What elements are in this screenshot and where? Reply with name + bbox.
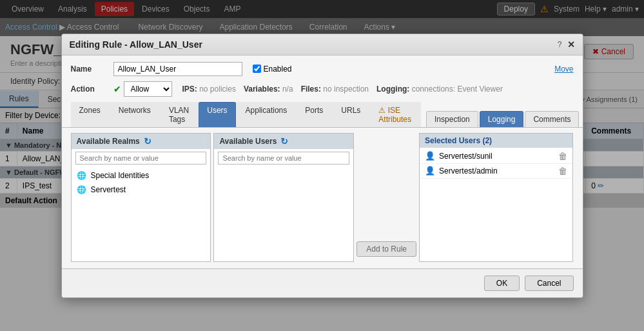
action-label: Action [71, 85, 103, 94]
action-row: Action ✔ Allow Block Trust Monitor IPS: [71, 81, 574, 97]
logging-label: Logging: [376, 85, 409, 94]
tab-applications[interactable]: Applications [237, 102, 296, 127]
list-item[interactable]: 🌐 Special Identities [72, 168, 211, 183]
files-label: Files: [301, 85, 321, 94]
modal-header: Editing Rule - Allow_LAN_User ? ✕ [62, 34, 583, 55]
available-users-panel: Available Users ↻ [213, 133, 354, 262]
ips-value: no policies [199, 85, 236, 94]
tab-users[interactable]: Users [199, 102, 235, 127]
refresh-realms-icon[interactable]: ↻ [144, 136, 151, 146]
allow-icon: ✔ [113, 84, 121, 94]
tab-networks[interactable]: Networks [110, 102, 159, 127]
available-realms-panel: Available Realms ↻ 🌐 Special Identities … [71, 133, 211, 262]
help-modal-icon[interactable]: ? [558, 40, 562, 49]
selected-users-header: Selected Users (2) [420, 134, 572, 148]
delete-user-icon[interactable]: 🗑 [558, 166, 567, 176]
modal-header-icons: ? ✕ [558, 39, 575, 50]
name-input[interactable] [113, 62, 242, 76]
enabled-checkbox-wrap: Enabled [253, 65, 292, 74]
selected-item: 👤 Servertest/admin 🗑 [420, 164, 572, 179]
tab-logging[interactable]: Logging [480, 111, 524, 127]
ips-label: IPS: [182, 85, 197, 94]
realm-item-label: Special Identities [91, 171, 150, 180]
tab-urls[interactable]: URLs [333, 102, 369, 127]
selected-item: 👤 Servertest/sunil 🗑 [420, 149, 572, 164]
ok-button[interactable]: OK [484, 276, 520, 291]
modal-dialog: Editing Rule - Allow_LAN_User ? ✕ Name E… [61, 34, 583, 298]
enabled-checkbox[interactable] [253, 65, 261, 73]
selected-users-list: 👤 Servertest/sunil 🗑 👤 Servertest/admin [420, 148, 572, 261]
action-select[interactable]: Allow Block Trust Monitor [124, 81, 172, 97]
logging-value: connections: Event Viewer [412, 85, 503, 94]
delete-user-icon[interactable]: 🗑 [558, 151, 567, 161]
selected-user-label: Servertest/admin [439, 166, 498, 176]
name-label: Name [71, 65, 103, 74]
modal-footer: OK Cancel [62, 268, 583, 297]
tab-ports[interactable]: Ports [297, 102, 331, 127]
available-realms-header: Available Realms ↻ [72, 134, 211, 149]
refresh-users-icon[interactable]: ↻ [280, 136, 288, 146]
tab-inspection[interactable]: Inspection [426, 111, 478, 127]
available-realms-label: Available Realms [77, 137, 140, 146]
selected-item-left: 👤 Servertest/admin [425, 166, 498, 176]
users-search-input[interactable] [218, 152, 349, 165]
users-list [214, 167, 353, 261]
selected-users-panel: Selected Users (2) 👤 Servertest/sunil 🗑 [419, 133, 573, 262]
tab-zones[interactable]: Zones [71, 102, 109, 127]
globe-icon: 🌐 [77, 170, 87, 181]
tab-vlan-tags[interactable]: VLAN Tags [161, 102, 197, 127]
action-select-wrap: ✔ Allow Block Trust Monitor [113, 81, 172, 97]
add-button-column: Add to Rule [354, 133, 419, 262]
selected-item-left: 👤 Servertest/sunil [425, 151, 493, 161]
realms-search-input[interactable] [75, 152, 207, 165]
modal-overlay: Editing Rule - Allow_LAN_User ? ✕ Name E… [0, 0, 644, 331]
realms-list: 🌐 Special Identities 🌐 Servertest [72, 167, 211, 261]
user-icon: 👤 [425, 166, 435, 176]
list-item[interactable]: 🌐 Servertest [72, 183, 211, 197]
available-users-label: Available Users [219, 137, 277, 146]
modal-title: Editing Rule - Allow_LAN_User [70, 39, 202, 50]
files-value: no inspection [323, 85, 369, 94]
tab-content-users: Available Realms ↻ 🌐 Special Identities … [71, 133, 574, 262]
modal-tabs: Zones Networks VLAN Tags Users Applicati… [71, 102, 422, 127]
selected-users-label: Selected Users (2) [425, 136, 492, 145]
realm-item-label: Servertest [91, 185, 126, 194]
enabled-label: Enabled [264, 65, 292, 74]
tab-comments[interactable]: Comments [525, 111, 579, 127]
user-icon: 👤 [425, 151, 435, 161]
variables-label: Variables: [244, 85, 280, 94]
selected-user-label: Servertest/sunil [439, 152, 493, 161]
cancel-button[interactable]: Cancel [525, 276, 573, 291]
close-modal-button[interactable]: ✕ [567, 39, 575, 50]
available-users-header: Available Users ↻ [214, 134, 353, 149]
modal-body: Name Enabled Move Action ✔ Allow [62, 55, 583, 268]
policy-info: IPS: no policies Variables: n/a Files: n… [182, 85, 503, 94]
variables-value: n/a [282, 85, 293, 94]
right-tabs: Inspection Logging Comments [426, 111, 580, 127]
name-row: Name Enabled Move [71, 62, 574, 76]
globe-icon: 🌐 [77, 185, 87, 195]
add-to-rule-button[interactable]: Add to Rule [356, 241, 416, 257]
tab-ise-attributes[interactable]: ⚠ ISE Attributes [370, 102, 420, 127]
move-link[interactable]: Move [554, 65, 573, 74]
